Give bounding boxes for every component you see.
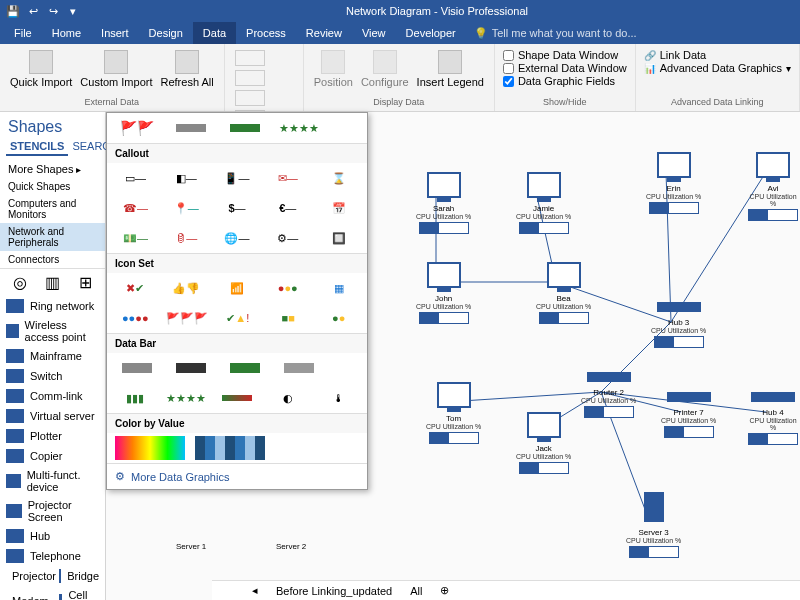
iconset-option[interactable]: 👍👎 [166,277,207,299]
refresh-all-button[interactable]: Refresh All [159,48,216,90]
shape-item[interactable]: Mainframe [0,346,105,366]
tell-me[interactable]: 💡Tell me what you want to do... [474,27,637,40]
shape-item[interactable]: Comm-link [0,386,105,406]
tab-file[interactable]: File [4,22,42,44]
network-node[interactable]: Router 2CPU Utilization % [581,372,636,418]
callout-option[interactable]: 📅 [318,197,359,219]
network-node[interactable]: Server 3CPU Utilization % [626,492,681,558]
custom-import-button[interactable]: Custom Import [78,48,154,90]
graphic-thumb[interactable] [235,50,265,66]
databar-option[interactable]: 🌡 [318,387,359,409]
shape-item[interactable]: Telephone [0,546,105,566]
tab-data[interactable]: Data [193,22,236,44]
more-data-graphics[interactable]: ⚙More Data Graphics [107,463,367,489]
network-node[interactable]: JohnCPU Utilization % [416,262,471,324]
graphic-option[interactable] [223,117,267,139]
shape-data-window-checkbox[interactable]: Shape Data Window [503,49,627,61]
graphic-thumb[interactable] [235,70,265,86]
databar-option[interactable]: ★★★★ [166,387,207,409]
shape-item[interactable]: Projector Screen [0,496,105,526]
callout-option[interactable]: ⚙— [267,227,308,249]
save-icon[interactable]: 💾 [6,4,20,18]
cat-network-peripherals[interactable]: Network and Peripherals [0,223,105,251]
tab-design[interactable]: Design [139,22,193,44]
graphic-option[interactable] [169,117,213,139]
iconset-option[interactable]: ✖✔ [115,277,156,299]
databar-option[interactable] [223,357,267,379]
shape-item[interactable]: Switch [0,366,105,386]
cat-connectors[interactable]: Connectors [0,251,105,268]
iconset-option[interactable]: ●● [319,307,360,329]
iconset-option[interactable]: ●●● [267,277,308,299]
shape-item[interactable]: Virtual server [0,406,105,426]
iconset-option[interactable]: ■■ [268,307,309,329]
graphic-option[interactable]: ★★★★ [277,117,321,139]
tab-home[interactable]: Home [42,22,91,44]
callout-option[interactable]: 🔲 [318,227,359,249]
shape-item[interactable]: Wireless access point [0,316,105,346]
callout-option[interactable]: ✉— [267,167,308,189]
iconset-option[interactable]: 📶 [217,277,258,299]
external-data-window-checkbox[interactable]: External Data Window [503,62,627,74]
tab-view[interactable]: View [352,22,396,44]
advanced-data-graphics-button[interactable]: 📊 Advanced Data Graphics ▾ [644,62,791,74]
tab-developer[interactable]: Developer [396,22,466,44]
databar-option[interactable] [277,357,321,379]
callout-option[interactable]: ▭— [115,167,156,189]
stencils-tab[interactable]: STENCILS [6,138,68,156]
tab-process[interactable]: Process [236,22,296,44]
shape-item[interactable]: Ring network [0,296,105,316]
tab-review[interactable]: Review [296,22,352,44]
callout-option[interactable]: €— [267,197,308,219]
cat-computers[interactable]: Computers and Monitors [0,195,105,223]
network-node[interactable]: BeaCPU Utilization % [536,262,591,324]
scroll-left-icon[interactable]: ◂ [252,584,258,597]
shape-thumb[interactable]: ⊞ [79,273,92,292]
qat-more-icon[interactable]: ▾ [66,4,80,18]
callout-option[interactable]: ☎— [115,197,156,219]
databar-option[interactable] [169,357,213,379]
tab-insert[interactable]: Insert [91,22,139,44]
redo-icon[interactable]: ↪ [46,4,60,18]
network-node[interactable]: JackCPU Utilization % [516,412,571,474]
undo-icon[interactable]: ↩ [26,4,40,18]
databar-option[interactable] [115,357,159,379]
network-node[interactable]: Hub 3CPU Utilization % [651,302,706,348]
network-node[interactable]: AviCPU Utilization % [746,152,800,221]
callout-option[interactable]: 📍— [166,197,207,219]
shape-item[interactable]: Bridge [53,566,106,586]
insert-legend-button[interactable]: Insert Legend [415,48,486,90]
network-node[interactable]: JamieCPU Utilization % [516,172,571,234]
graphic-option[interactable]: 🚩🚩 [115,117,159,139]
network-node[interactable]: Hub 4CPU Utilization % [746,392,800,445]
databar-option[interactable]: ◐ [267,387,308,409]
network-node[interactable]: Printer 7CPU Utilization % [661,392,716,438]
callout-option[interactable]: ⌛ [318,167,359,189]
link-data-button[interactable]: 🔗 Link Data [644,49,791,61]
network-node[interactable]: SarahCPU Utilization % [416,172,471,234]
shape-item[interactable]: Modem [0,586,53,600]
shape-thumb[interactable]: ▥ [45,273,60,292]
quick-import-button[interactable]: Quick Import [8,48,74,90]
iconset-option[interactable]: ✔▲! [218,307,259,329]
iconset-option[interactable]: ●●●● [115,307,156,329]
callout-option[interactable]: $— [217,197,258,219]
databar-option[interactable]: ▮▮▮ [115,387,156,409]
add-sheet-icon[interactable]: ⊕ [440,584,449,597]
callout-option[interactable]: 📱— [217,167,258,189]
shape-item[interactable]: Hub [0,526,105,546]
data-graphic-fields-checkbox[interactable]: Data Graphic Fields [503,75,627,87]
network-node[interactable]: ErinCPU Utilization % [646,152,701,214]
color-option[interactable] [115,437,185,459]
callout-option[interactable]: 💵— [115,227,156,249]
shape-item[interactable]: Plotter [0,426,105,446]
iconset-option[interactable]: ▦ [318,277,359,299]
sheet-all[interactable]: All [410,585,422,597]
graphic-thumb[interactable] [235,90,265,106]
network-node[interactable]: TomCPU Utilization % [426,382,481,444]
callout-option[interactable]: ◧— [166,167,207,189]
shape-item[interactable]: Cell phone [53,586,106,600]
callout-option[interactable]: 🌐— [217,227,258,249]
cat-quick-shapes[interactable]: Quick Shapes [0,178,105,195]
shape-thumb[interactable]: ◎ [13,273,27,292]
